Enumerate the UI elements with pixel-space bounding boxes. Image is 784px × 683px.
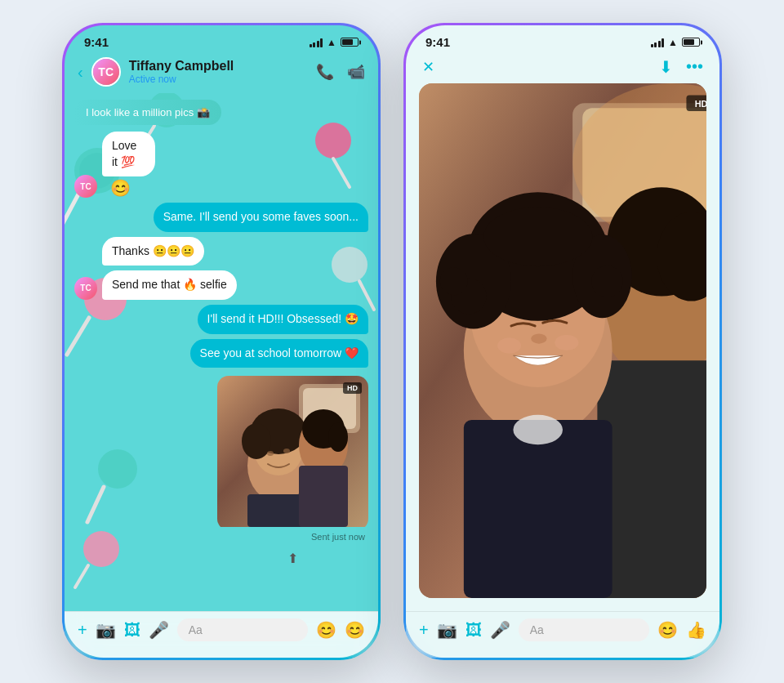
message-row-2: TC Love it 💯 😊 bbox=[74, 132, 368, 198]
svg-point-47 bbox=[497, 337, 521, 353]
sender-avatar-5: TC bbox=[74, 277, 97, 300]
close-button[interactable]: ✕ bbox=[422, 58, 434, 76]
chat-phone: 9:41 ▲ ‹ TC bbox=[62, 23, 381, 660]
svg-rect-36 bbox=[597, 360, 706, 598]
emoji-button[interactable]: 😊 bbox=[316, 620, 336, 640]
message-input[interactable]: Aa bbox=[177, 618, 308, 641]
bottom-bar-1: + 📷 🖼 🎤 Aa 😊 😊 bbox=[65, 611, 378, 658]
message-row-6: I'll send it HD!!! Obsessed! 🤩 bbox=[74, 305, 368, 334]
time-2: 9:41 bbox=[425, 35, 450, 49]
svg-point-50 bbox=[513, 415, 563, 444]
header-info: Tiffany Campbell Active now bbox=[129, 59, 308, 85]
mic-button-2[interactable]: 🎤 bbox=[490, 620, 510, 640]
svg-text:HD: HD bbox=[695, 99, 706, 109]
svg-point-44 bbox=[440, 267, 468, 295]
signal-icon-2 bbox=[651, 38, 665, 47]
message-row-5: TC Send me that 🔥 selfie bbox=[74, 270, 368, 300]
message-6: I'll send it HD!!! Obsessed! 🤩 bbox=[198, 305, 368, 334]
message-3: Same. I'll send you some faves soon... bbox=[154, 203, 368, 232]
viewer-image[interactable]: HD bbox=[419, 83, 706, 598]
svg-line-12 bbox=[75, 565, 88, 587]
message-5: Send me that 🔥 selfie bbox=[102, 270, 237, 300]
battery-icon bbox=[341, 38, 359, 47]
contact-status: Active now bbox=[129, 74, 308, 85]
video-button[interactable]: 📹 bbox=[347, 63, 365, 81]
plus-button[interactable]: + bbox=[78, 621, 87, 640]
back-button[interactable]: ‹ bbox=[78, 63, 83, 82]
status-icons-2: ▲ bbox=[651, 37, 700, 48]
svg-point-46 bbox=[531, 334, 546, 344]
signal-icon bbox=[310, 38, 323, 47]
svg-rect-49 bbox=[464, 420, 612, 598]
sent-timestamp: Sent just now bbox=[217, 532, 368, 542]
sender-avatar-2: TC bbox=[74, 175, 97, 198]
message-4: Thanks 😐😐😐 bbox=[102, 237, 204, 266]
plus-button-2[interactable]: + bbox=[419, 621, 429, 640]
call-button[interactable]: 📞 bbox=[316, 63, 334, 81]
camera-button[interactable]: 📷 bbox=[96, 620, 116, 640]
svg-point-48 bbox=[555, 335, 578, 350]
download-button[interactable]: ⬇ bbox=[659, 57, 673, 77]
chat-header: ‹ TC Tiffany Campbell Active now 📞 📹 bbox=[65, 52, 378, 93]
photo-message[interactable]: ⬆ bbox=[217, 376, 368, 542]
svg-point-22 bbox=[267, 451, 274, 456]
svg-point-26 bbox=[328, 422, 348, 452]
sticker-button[interactable]: 😊 bbox=[345, 620, 365, 640]
viewer-actions: ⬇ ••• bbox=[659, 57, 703, 77]
svg-rect-28 bbox=[299, 466, 348, 527]
bottom-bar-2: + 📷 🖼 🎤 Aa 😊 👍 bbox=[406, 611, 719, 658]
status-bar-1: 9:41 ▲ bbox=[65, 25, 378, 52]
status-bar-2: 9:41 ▲ bbox=[406, 25, 719, 52]
svg-point-23 bbox=[283, 449, 290, 453]
message-row-3: Same. I'll send you some faves soon... bbox=[74, 203, 368, 232]
contact-name: Tiffany Campbell bbox=[129, 59, 308, 74]
viewer-phone: 9:41 ▲ ✕ ⬇ bbox=[403, 23, 722, 660]
message-2: Love it 💯 bbox=[102, 132, 155, 176]
wifi-icon-2: ▲ bbox=[668, 37, 678, 48]
chat-messages: I look like a million pics 📸 TC Love it … bbox=[65, 93, 378, 611]
svg-point-42 bbox=[483, 207, 592, 266]
svg-point-11 bbox=[83, 531, 119, 567]
svg-point-21 bbox=[242, 423, 271, 459]
time-1: 9:41 bbox=[84, 35, 109, 49]
more-button[interactable]: ••• bbox=[686, 57, 703, 77]
svg-point-9 bbox=[98, 449, 137, 489]
photo-button[interactable]: 🖼 bbox=[124, 621, 140, 640]
status-icons-1: ▲ bbox=[310, 37, 359, 48]
contact-avatar: TC bbox=[91, 57, 121, 87]
message-input-2[interactable]: Aa bbox=[519, 618, 649, 641]
message-1: I look like a million pics 📸 bbox=[74, 100, 221, 125]
hd-badge-small: HD bbox=[343, 382, 362, 394]
mic-button[interactable]: 🎤 bbox=[149, 620, 169, 640]
thumbsup-button[interactable]: 👍 bbox=[686, 620, 706, 640]
svg-line-10 bbox=[87, 487, 104, 522]
camera-button-2[interactable]: 📷 bbox=[437, 620, 457, 640]
message-7: See you at school tomorrow ❤️ bbox=[190, 339, 368, 368]
message-row-4: Thanks 😐😐😐 bbox=[74, 237, 368, 266]
viewer-header: ✕ ⬇ ••• bbox=[406, 52, 719, 83]
emoji-button-2[interactable]: 😊 bbox=[657, 620, 678, 640]
svg-point-45 bbox=[591, 266, 623, 297]
battery-icon-2 bbox=[682, 38, 700, 47]
header-actions: 📞 📹 bbox=[316, 63, 365, 81]
message-row-7: See you at school tomorrow ❤️ bbox=[74, 339, 368, 368]
photo-button-2[interactable]: 🖼 bbox=[466, 621, 482, 640]
wifi-icon: ▲ bbox=[327, 37, 336, 48]
